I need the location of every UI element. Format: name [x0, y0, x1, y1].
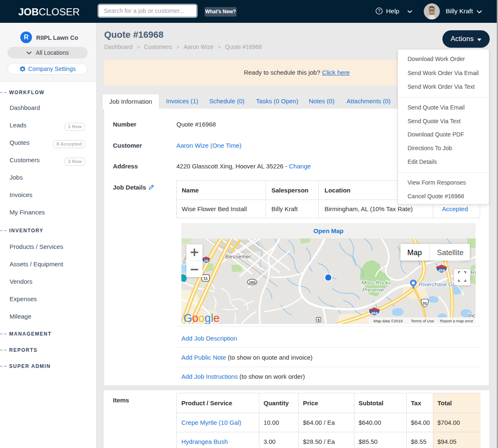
svg-text:20: 20 [204, 259, 208, 263]
svg-text:Bessemer: Bessemer [225, 253, 251, 260]
svg-text:e: e [213, 312, 220, 324]
svg-text:G: G [183, 312, 192, 324]
svg-text:459: 459 [371, 311, 378, 315]
svg-text:Report a map error: Report a map error [440, 319, 473, 323]
svg-text:150: 150 [249, 280, 256, 285]
svg-text:Map data ©2019: Map data ©2019 [374, 319, 403, 323]
svg-text:6: 6 [317, 318, 320, 322]
svg-text:Preserve: Preserve [362, 287, 384, 293]
svg-text:o: o [192, 312, 198, 324]
svg-text:Ric: Ric [471, 269, 476, 275]
svg-text:31: 31 [422, 301, 427, 305]
svg-text:Satellite: Satellite [437, 248, 464, 257]
svg-text:?: ? [378, 8, 381, 13]
svg-text:459: 459 [438, 268, 445, 273]
svg-text:g: g [205, 312, 211, 324]
svg-text:Terms of Use: Terms of Use [411, 319, 434, 323]
svg-text:11: 11 [203, 276, 208, 280]
svg-text:Riverchase Gal: Riverchase Gal [419, 281, 457, 287]
svg-text:Map: Map [407, 248, 422, 257]
svg-text:o: o [198, 312, 205, 324]
svg-text:Moss Rock: Moss Rock [361, 280, 389, 286]
